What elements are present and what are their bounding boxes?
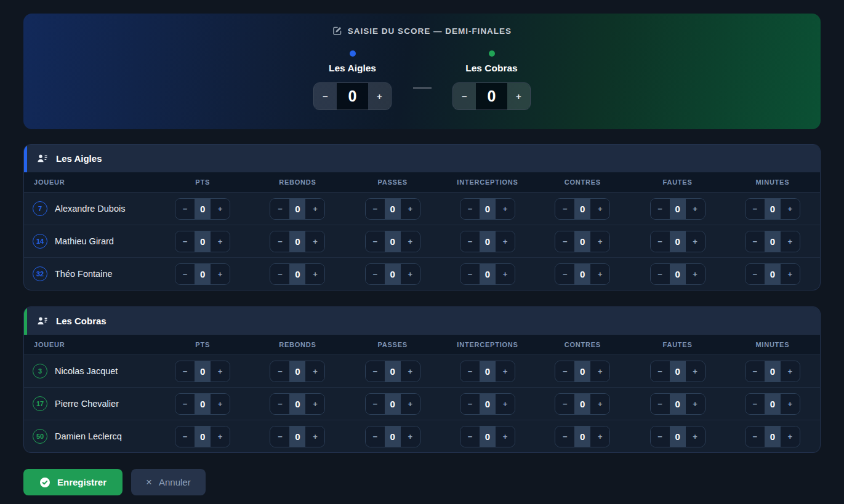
- stat-increment-button[interactable]: +: [401, 231, 420, 252]
- stat-increment-button[interactable]: +: [686, 199, 705, 219]
- stat-increment-button[interactable]: +: [305, 394, 324, 414]
- stat-increment-button[interactable]: +: [496, 426, 515, 447]
- stat-increment-button[interactable]: +: [401, 394, 420, 414]
- stat-increment-button[interactable]: +: [496, 199, 515, 219]
- stat-decrement-button[interactable]: −: [746, 199, 765, 219]
- stat-decrement-button[interactable]: −: [175, 264, 195, 284]
- stat-decrement-button[interactable]: −: [366, 264, 385, 284]
- stat-increment-button[interactable]: +: [401, 426, 420, 447]
- score-increment-button[interactable]: +: [507, 83, 530, 110]
- stat-increment-button[interactable]: +: [590, 426, 609, 447]
- stat-increment-button[interactable]: +: [211, 231, 230, 252]
- stat-increment-button[interactable]: +: [781, 264, 800, 284]
- stat-decrement-button[interactable]: −: [175, 394, 195, 414]
- stat-decrement-button[interactable]: −: [175, 199, 195, 219]
- cancel-button[interactable]: × Annuler: [131, 469, 206, 495]
- stat-decrement-button[interactable]: −: [366, 231, 385, 252]
- stat-increment-button[interactable]: +: [401, 199, 420, 219]
- stat-increment-button[interactable]: +: [781, 394, 800, 414]
- stat-increment-button[interactable]: +: [781, 426, 800, 447]
- stat-decrement-button[interactable]: −: [651, 426, 670, 447]
- stat-cell: − 0 +: [345, 263, 440, 285]
- stat-increment-button[interactable]: +: [305, 361, 324, 382]
- stat-decrement-button[interactable]: −: [366, 361, 385, 382]
- stat-decrement-button[interactable]: −: [746, 231, 765, 252]
- stat-decrement-button[interactable]: −: [746, 264, 765, 284]
- stat-increment-button[interactable]: +: [590, 361, 609, 382]
- stat-increment-button[interactable]: +: [305, 199, 324, 219]
- stat-decrement-button[interactable]: −: [555, 426, 574, 447]
- stat-increment-button[interactable]: +: [590, 231, 609, 252]
- stat-value: 0: [385, 199, 401, 219]
- stat-increment-button[interactable]: +: [686, 361, 705, 382]
- stat-decrement-button[interactable]: −: [555, 264, 574, 284]
- stat-decrement-button[interactable]: −: [651, 394, 670, 414]
- save-button[interactable]: Enregistrer: [23, 469, 123, 495]
- stat-decrement-button[interactable]: −: [460, 264, 480, 284]
- column-header: INTERCEPTIONS: [440, 178, 535, 186]
- stat-increment-button[interactable]: +: [211, 199, 230, 219]
- stat-increment-button[interactable]: +: [590, 264, 609, 284]
- stat-decrement-button[interactable]: −: [651, 199, 670, 219]
- stat-increment-button[interactable]: +: [401, 361, 420, 382]
- stat-increment-button[interactable]: +: [496, 361, 515, 382]
- stat-cell: − 0 +: [440, 393, 535, 415]
- player-name: Damien Leclercq: [55, 431, 122, 441]
- column-header: CONTRES: [535, 341, 630, 348]
- stat-increment-button[interactable]: +: [305, 426, 324, 447]
- score-decrement-button[interactable]: −: [314, 83, 337, 110]
- stat-decrement-button[interactable]: −: [270, 361, 289, 382]
- stat-decrement-button[interactable]: −: [270, 394, 289, 414]
- stat-increment-button[interactable]: +: [686, 231, 705, 252]
- stat-decrement-button[interactable]: −: [651, 264, 670, 284]
- stat-decrement-button[interactable]: −: [555, 394, 574, 414]
- stat-decrement-button[interactable]: −: [460, 394, 480, 414]
- stat-value: 0: [765, 231, 781, 252]
- stat-decrement-button[interactable]: −: [175, 361, 195, 382]
- stat-decrement-button[interactable]: −: [555, 231, 574, 252]
- stat-increment-button[interactable]: +: [305, 231, 324, 252]
- stat-decrement-button[interactable]: −: [270, 426, 289, 447]
- stat-increment-button[interactable]: +: [686, 264, 705, 284]
- stat-increment-button[interactable]: +: [211, 361, 230, 382]
- stat-decrement-button[interactable]: −: [366, 199, 385, 219]
- stat-increment-button[interactable]: +: [590, 394, 609, 414]
- stat-decrement-button[interactable]: −: [460, 361, 480, 382]
- score-decrement-button[interactable]: −: [453, 83, 476, 110]
- stat-decrement-button[interactable]: −: [746, 394, 765, 414]
- score-increment-button[interactable]: +: [368, 83, 391, 110]
- stat-increment-button[interactable]: +: [781, 199, 800, 219]
- stat-decrement-button[interactable]: −: [651, 361, 670, 382]
- stat-increment-button[interactable]: +: [211, 426, 230, 447]
- stat-decrement-button[interactable]: −: [366, 394, 385, 414]
- stat-decrement-button[interactable]: −: [175, 426, 195, 447]
- stat-decrement-button[interactable]: −: [460, 426, 480, 447]
- stat-decrement-button[interactable]: −: [460, 231, 480, 252]
- stat-decrement-button[interactable]: −: [270, 264, 289, 284]
- stat-increment-button[interactable]: +: [211, 394, 230, 414]
- stat-increment-button[interactable]: +: [590, 199, 609, 219]
- stat-increment-button[interactable]: +: [496, 264, 515, 284]
- stat-decrement-button[interactable]: −: [555, 199, 574, 219]
- stat-increment-button[interactable]: +: [211, 264, 230, 284]
- stat-decrement-button[interactable]: −: [175, 231, 195, 252]
- stat-increment-button[interactable]: +: [496, 394, 515, 414]
- stat-decrement-button[interactable]: −: [460, 199, 480, 219]
- stat-increment-button[interactable]: +: [781, 361, 800, 382]
- stat-increment-button[interactable]: +: [305, 264, 324, 284]
- stat-increment-button[interactable]: +: [686, 426, 705, 447]
- stat-decrement-button[interactable]: −: [366, 426, 385, 447]
- stat-decrement-button[interactable]: −: [270, 231, 289, 252]
- stat-value: 0: [480, 199, 496, 219]
- stat-increment-button[interactable]: +: [401, 264, 420, 284]
- stat-stepper: − 0 +: [555, 198, 610, 220]
- stat-decrement-button[interactable]: −: [270, 199, 289, 219]
- stat-increment-button[interactable]: +: [496, 231, 515, 252]
- stat-increment-button[interactable]: +: [781, 231, 800, 252]
- stat-decrement-button[interactable]: −: [651, 231, 670, 252]
- stat-increment-button[interactable]: +: [686, 394, 705, 414]
- stat-cell: − 0 +: [535, 361, 630, 382]
- stat-decrement-button[interactable]: −: [746, 361, 765, 382]
- stat-decrement-button[interactable]: −: [746, 426, 765, 447]
- stat-decrement-button[interactable]: −: [555, 361, 574, 382]
